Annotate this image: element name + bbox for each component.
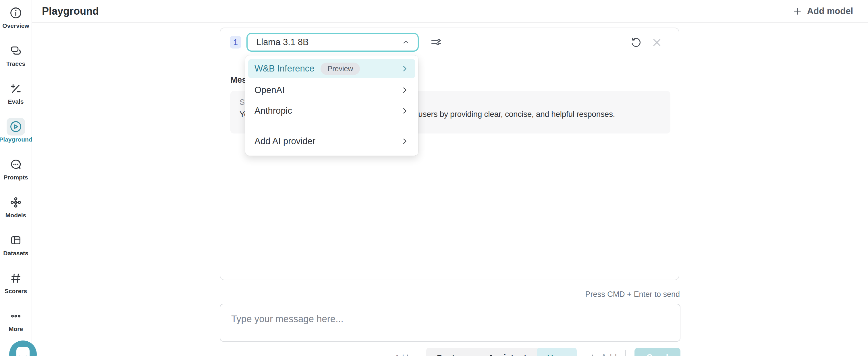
sliders-icon [430,36,442,48]
composer-bar: Add as System Assistant User Add Send [220,346,680,356]
sidebar-item-label: More [9,326,23,332]
sidebar-item-overview[interactable]: Overview [0,4,32,42]
sidebar-item-scorers[interactable]: Scorers [0,269,32,307]
sidebar: Overview Traces Evals [0,0,32,356]
page-title: Playground [42,5,99,17]
traces-icon [7,42,25,60]
play-circle-icon [7,118,25,135]
sidebar-item-label: Models [5,212,26,219]
dropdown-item-label: Anthropic [254,106,292,116]
chat-smile-icon [9,341,37,356]
sidebar-item-more[interactable]: More [0,307,32,345]
chat-widget-button[interactable] [9,341,37,356]
speech-bubble-icon [7,156,25,173]
model-reset-button[interactable] [628,34,644,51]
chevron-up-icon [402,38,410,46]
sidebar-item-evals[interactable]: Evals [0,80,32,118]
table-icon [7,231,25,249]
sidebar-item-models[interactable]: Models [0,194,32,231]
sidebar-item-label: Scorers [5,288,27,295]
role-segment-user[interactable]: User [537,348,577,356]
add-as-label: Add as [394,353,418,356]
sidebar-item-playground[interactable]: Playground [0,118,32,156]
sidebar-item-label: Evals [8,98,24,105]
dropdown-item-anthropic[interactable]: Anthropic [248,100,415,121]
model-select[interactable]: Llama 3.1 8B [246,33,419,52]
sidebar-item-prompts[interactable]: Prompts [0,156,32,194]
dropdown-item-label: Add AI provider [254,136,315,147]
dropdown-item-wandb-inference[interactable]: W&B Inference Preview [248,59,415,78]
plus-icon [793,7,802,16]
add-model-label: Add model [807,6,853,17]
provider-dropdown: W&B Inference Preview OpenAI Anthropic [245,56,418,156]
sidebar-item-label: Datasets [3,250,28,257]
sidebar-item-traces[interactable]: Traces [0,42,32,80]
sidebar-item-label: Playground [0,136,32,143]
add-message-label: Add [601,353,617,356]
page-header: Playground Add model [32,0,868,23]
hash-icon [7,269,25,287]
chevron-right-icon [400,86,409,94]
reset-icon [629,36,642,48]
close-icon [651,36,663,48]
playground-page: Overview Traces Evals [0,0,868,356]
model-settings-button[interactable] [428,34,444,50]
chevron-right-icon [400,137,409,145]
sidebar-item-label: Traces [6,60,26,67]
model-index-badge: 1 [230,36,241,48]
preview-badge: Preview [320,63,360,75]
sidebar-item-datasets[interactable]: Datasets [0,231,32,269]
model-select-value: Llama 3.1 8B [256,37,309,47]
dropdown-item-label: W&B Inference [254,63,314,74]
plus-icon [588,353,597,356]
sidebar-item-label: Overview [2,22,29,29]
dropdown-item-label: OpenAI [254,85,285,95]
add-message-button[interactable]: Add [588,353,617,356]
message-input[interactable] [220,304,680,342]
send-button[interactable]: Send [634,348,680,356]
role-segment-assistant[interactable]: Assistant [477,348,537,356]
chevron-right-icon [400,64,409,73]
sidebar-item-label: Prompts [3,174,28,181]
dropdown-item-add-ai-provider[interactable]: Add AI provider [248,127,415,155]
send-hint: Press CMD + Enter to send [220,290,680,299]
chevron-right-icon [400,106,409,115]
evals-icon [7,80,25,98]
dropdown-item-openai[interactable]: OpenAI [248,80,415,100]
info-icon [7,4,25,22]
dropdown-divider [245,126,418,126]
ellipsis-icon [7,307,25,325]
model-close-button[interactable] [649,34,665,51]
role-segmented-control: System Assistant User [426,348,577,356]
composer-divider [625,350,626,356]
role-segment-system[interactable]: System [426,348,478,356]
add-model-button[interactable]: Add model [793,6,853,17]
model-nodes-icon [7,194,25,211]
